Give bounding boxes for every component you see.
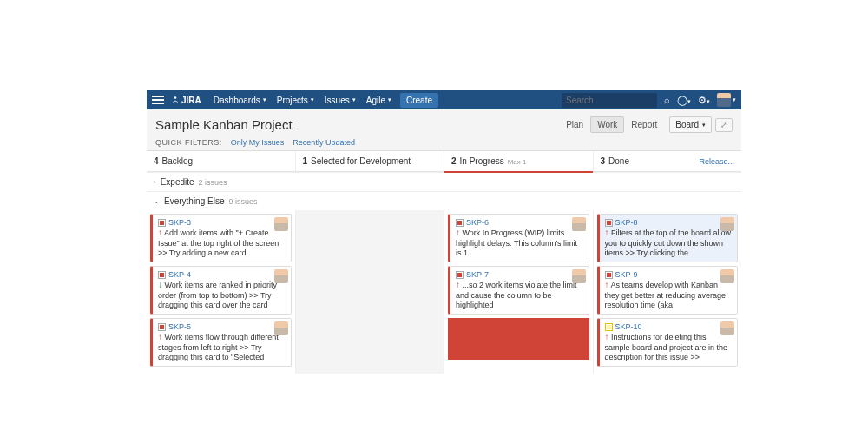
brand-text: JIRA: [181, 96, 201, 105]
menu-icon[interactable]: [152, 96, 164, 104]
nav-projects[interactable]: Projects▾: [272, 96, 319, 105]
chevron-right-icon: ›: [154, 178, 156, 186]
filters-label: QUICK FILTERS:: [155, 138, 222, 147]
priority-high-icon: ↑: [456, 228, 460, 237]
issue-key[interactable]: SKP-4: [168, 270, 191, 280]
issue-summary: ...so 2 work items violate the limit and…: [456, 281, 577, 309]
col-done[interactable]: SKP-8 ↑ Filters at the top of the board …: [594, 210, 742, 374]
swimlane-everything-else[interactable]: ⌄ Everything Else 9 issues: [147, 191, 741, 210]
issue-summary: Add work items with "+ Create Issue" at …: [158, 228, 279, 257]
col-head-inprogress: 2 In Progress Max 1: [444, 151, 594, 171]
quick-filters: QUICK FILTERS: Only My Issues Recently U…: [155, 138, 733, 147]
priority-low-icon: ↓: [158, 280, 162, 289]
mode-report[interactable]: Report: [624, 116, 664, 133]
assignee-avatar[interactable]: [274, 321, 288, 335]
priority-high-icon: ↑: [605, 332, 609, 341]
filter-recently-updated[interactable]: Recently Updated: [293, 138, 355, 147]
board-body: SKP-3 ↑ Add work items with "+ Create Is…: [147, 210, 741, 374]
story-icon: [158, 219, 166, 227]
svg-point-0: [174, 96, 177, 99]
swimlane-expedite[interactable]: › Expedite 2 issues: [147, 172, 741, 191]
priority-high-icon: ↑: [158, 332, 162, 341]
wip-limit-overflow: [448, 318, 589, 360]
card-skp-6[interactable]: SKP-6 ↑ Work In Progress (WIP) limits hi…: [448, 214, 589, 262]
filter-only-my-issues[interactable]: Only My Issues: [231, 138, 285, 147]
priority-high-icon: ↑: [158, 228, 162, 237]
user-menu-caret[interactable]: ▾: [733, 96, 736, 103]
col-head-backlog: 4 Backlog: [147, 151, 296, 171]
issue-key[interactable]: SKP-7: [466, 270, 489, 280]
col-selected[interactable]: [296, 210, 445, 374]
priority-high-icon: ↑: [605, 228, 609, 237]
nav-dashboards[interactable]: Dashboards▾: [208, 96, 272, 105]
issue-key[interactable]: SKP-3: [168, 218, 191, 228]
nav-agile[interactable]: Agile▾: [361, 96, 397, 105]
gear-icon[interactable]: ⚙▾: [698, 95, 710, 106]
issue-summary: Work items are ranked in priority order …: [158, 281, 277, 309]
chevron-down-icon: ⌄: [154, 197, 160, 205]
project-title: Sample Kanban Project: [155, 117, 293, 132]
issue-key[interactable]: SKP-8: [615, 218, 638, 228]
board-header: Sample Kanban Project Plan Work Report B…: [147, 109, 741, 151]
card-skp-8[interactable]: SKP-8 ↑ Filters at the top of the board …: [597, 214, 739, 262]
issue-summary: Work In Progress (WIP) limits highlight …: [456, 228, 577, 257]
issue-summary: Instructions for deleting this sample bo…: [605, 333, 728, 361]
assignee-avatar[interactable]: [720, 321, 734, 335]
col-inprogress[interactable]: SKP-6 ↑ Work In Progress (WIP) limits hi…: [444, 210, 594, 374]
priority-high-icon: ↑: [605, 280, 609, 289]
issue-summary: As teams develop with Kanban they get be…: [605, 281, 727, 309]
card-skp-10[interactable]: SKP-10 ↑ Instructions for deleting this …: [597, 318, 739, 367]
search-box[interactable]: [562, 93, 657, 108]
search-icon[interactable]: ⌕: [664, 95, 670, 105]
story-icon: [456, 271, 464, 279]
nav-issues[interactable]: Issues▾: [319, 96, 361, 105]
help-icon[interactable]: ◯▾: [677, 95, 691, 106]
story-icon: [158, 271, 166, 279]
col-head-selected: 1 Selected for Development: [296, 151, 445, 171]
release-link[interactable]: Release...: [699, 157, 734, 166]
assignee-avatar[interactable]: [720, 217, 734, 231]
mode-plan[interactable]: Plan: [559, 116, 590, 133]
col-backlog[interactable]: SKP-3 ↑ Add work items with "+ Create Is…: [147, 210, 296, 374]
issue-summary: Work items flow through different stages…: [158, 333, 279, 361]
card-skp-7[interactable]: SKP-7 ↑ ...so 2 work items violate the l…: [448, 266, 589, 315]
assignee-avatar[interactable]: [572, 217, 586, 231]
issue-summary: Filters at the top of the board allow yo…: [605, 228, 732, 257]
assignee-avatar[interactable]: [720, 269, 734, 283]
board-dropdown[interactable]: Board▾: [669, 116, 712, 133]
priority-high-icon: ↑: [456, 280, 460, 289]
create-button[interactable]: Create: [400, 93, 438, 108]
jira-logo[interactable]: JIRA: [171, 96, 201, 105]
assignee-avatar[interactable]: [274, 217, 288, 231]
fullscreen-button[interactable]: ⤢: [715, 118, 733, 132]
column-headers: 4 Backlog 1 Selected for Development 2 I…: [147, 151, 741, 172]
story-icon: [605, 271, 613, 279]
story-icon: [158, 323, 166, 331]
mode-work[interactable]: Work: [590, 116, 624, 133]
card-skp-4[interactable]: SKP-4 ↓ Work items are ranked in priorit…: [150, 266, 292, 315]
story-icon: [605, 219, 613, 227]
col-head-done: 3 Done Release...: [594, 151, 742, 171]
issue-key[interactable]: SKP-10: [615, 322, 642, 332]
idea-icon: [605, 323, 613, 331]
assignee-avatar[interactable]: [274, 269, 288, 283]
issue-key[interactable]: SKP-6: [466, 218, 489, 228]
card-skp-3[interactable]: SKP-3 ↑ Add work items with "+ Create Is…: [150, 214, 292, 262]
search-input[interactable]: [562, 93, 657, 108]
assignee-avatar[interactable]: [572, 269, 586, 283]
top-navbar: JIRA Dashboards▾ Projects▾ Issues▾ Agile…: [147, 90, 741, 109]
card-skp-9[interactable]: SKP-9 ↑ As teams develop with Kanban the…: [597, 266, 739, 315]
user-avatar[interactable]: [717, 93, 731, 107]
issue-key[interactable]: SKP-9: [615, 270, 638, 280]
story-icon: [456, 219, 464, 227]
card-skp-5[interactable]: SKP-5 ↑ Work items flow through differen…: [150, 318, 292, 367]
issue-key[interactable]: SKP-5: [168, 322, 191, 332]
